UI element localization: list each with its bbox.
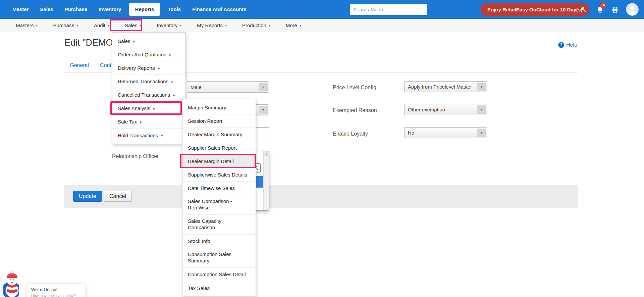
submenu-item-tax-sales[interactable]: Tax Sales xyxy=(182,281,256,295)
chat-status: We're Online! xyxy=(31,287,82,292)
chat-launcher-icon[interactable] xyxy=(3,283,19,297)
menu-item-label: Margin Summary xyxy=(188,105,226,110)
chevron-down-icon: ▾ xyxy=(477,83,486,91)
menubar-item-sales[interactable]: Sales ▾ xyxy=(117,19,149,32)
submenu-arrow-icon: ▸ xyxy=(158,66,160,70)
menu-item-label: Supplier Sales Report xyxy=(188,145,237,151)
menubar-item-inventory[interactable]: Inventory ▾ xyxy=(149,19,190,32)
menubar-item-my-reports[interactable]: My Reports ▾ xyxy=(189,19,234,32)
page-title: Edit "DEMO xyxy=(64,38,113,48)
scroll-up-icon[interactable]: ▲ xyxy=(264,151,269,157)
submenu-item-margin-summary[interactable]: Margin Summary xyxy=(182,101,256,114)
search-input[interactable] xyxy=(350,4,427,15)
submenu-arrow-icon: ▸ xyxy=(133,39,136,44)
submenu-arrow-icon: ▸ xyxy=(161,133,163,138)
gender-value: Male xyxy=(191,84,202,90)
sales-analysis-submenu: Margin Summary Session Report Dealer Mar… xyxy=(182,99,256,296)
menu-item-hold-transactions[interactable]: Hold Transactions ▸ xyxy=(112,129,185,142)
enable-loyalty-select[interactable]: No ▾ xyxy=(404,127,487,138)
app-root: Master Sales Purchase Inventory Reports … xyxy=(0,0,644,297)
submenu-item-sales-comparison-rep-wise[interactable]: Sales Comparison - Rep Wise xyxy=(182,195,256,215)
submenu-arrow-icon: ▸ xyxy=(169,52,171,57)
gender-select[interactable]: Male ▾ xyxy=(187,81,269,93)
menubar-label: Audit xyxy=(94,22,105,28)
topnav-finance-and-accounts[interactable]: Finance And Accounts xyxy=(186,0,252,19)
chevron-down-icon: ▾ xyxy=(77,23,78,27)
topnav-purchase[interactable]: Purchase xyxy=(59,0,93,19)
menu-item-returned-transactions[interactable]: Returned Transactions ▸ xyxy=(112,75,185,88)
menu-item-label: Delivery Reports xyxy=(118,65,155,71)
submenu-item-stock-info[interactable]: Stock Info xyxy=(182,235,256,248)
menu-item-cancelled-transactions[interactable]: Cancelled Transactions ▸ xyxy=(112,88,185,102)
menu-item-label: Hold Transactions xyxy=(118,133,158,138)
menubar-label: Production xyxy=(242,22,266,28)
bell-icon[interactable]: 14 xyxy=(596,5,604,14)
menu-item-orders-and-quotation[interactable]: Orders And Quotation ▸ xyxy=(112,48,185,61)
listbox-scrollbar[interactable]: ▲ xyxy=(263,151,269,210)
menu-item-label: Sales Analysis xyxy=(118,105,150,111)
chevron-down-icon: ▾ xyxy=(477,105,486,114)
submenu-item-dealer-margin-detail[interactable]: Dealer Margin Detail xyxy=(182,155,256,168)
cancel-button[interactable]: Cancel xyxy=(104,191,132,202)
notification-badge: 14 xyxy=(600,2,606,8)
price-level-config-label: Price Level Config xyxy=(333,85,376,91)
submenu-item-consumption-sales-summary[interactable]: Consumption Sales Summary xyxy=(182,248,256,268)
chevron-down-icon: ▾ xyxy=(300,23,301,27)
gavel-icon[interactable] xyxy=(579,5,588,14)
menubar-item-production[interactable]: Production ▾ xyxy=(234,19,278,32)
menubar-label: Inventory xyxy=(157,22,178,28)
form-footer-band xyxy=(64,185,578,208)
menu-item-delivery-reports[interactable]: Delivery Reports ▸ xyxy=(112,61,185,75)
menu-item-label: Session Report xyxy=(188,118,222,124)
exempted-reason-label: Exempted Reason xyxy=(333,107,377,113)
enable-loyalty-value: No xyxy=(408,130,414,136)
menu-item-sale-tax[interactable]: Sale Tax ▸ xyxy=(112,115,185,129)
topnav-inventory[interactable]: Inventory xyxy=(93,0,127,19)
topnav-tools[interactable]: Tools xyxy=(162,0,186,19)
price-level-config-select[interactable]: Apply from Pricelevel Master ▾ xyxy=(404,81,487,92)
menu-item-sales[interactable]: Sales ▸ xyxy=(112,35,185,48)
tab-general[interactable]: General xyxy=(70,62,89,68)
menu-item-label: Dealer Margin Summary xyxy=(188,132,243,137)
chevron-down-icon: ▾ xyxy=(259,83,268,91)
topnav-sales[interactable]: Sales xyxy=(34,0,59,19)
submenu-arrow-icon: ▸ xyxy=(171,79,173,84)
menu-item-label: Date Timewise Sales xyxy=(188,185,235,191)
chat-bubble[interactable]: We're Online! How may I help you today? xyxy=(27,284,86,297)
promo-button[interactable]: Enjoy RetailEasy OnCloud for 10 Day(s) xyxy=(481,3,589,16)
submenu-item-sales-capacity-comparison[interactable]: Sales Capacity Comparison xyxy=(182,215,256,235)
menu-item-label: Sales Capacity Comparison xyxy=(188,218,241,231)
update-button[interactable]: Update xyxy=(73,191,102,202)
menubar-item-masters[interactable]: Masters ▾ xyxy=(8,19,45,32)
enable-loyalty-label: Enable Loyalty xyxy=(333,131,368,137)
menubar-label: Masters xyxy=(16,22,34,28)
submenu-item-date-timewise-sales[interactable]: Date Timewise Sales xyxy=(182,182,256,195)
help-icon: ? xyxy=(558,42,564,48)
menubar-label: More xyxy=(286,22,297,28)
tab-contact[interactable]: Cont xyxy=(100,62,111,68)
menubar-item-purchase[interactable]: Purchase ▾ xyxy=(45,19,86,32)
menu-item-label: Returned Transactions xyxy=(118,79,168,84)
exempted-reason-select[interactable]: Other exemption ▾ xyxy=(404,104,487,115)
submenu-item-session-report[interactable]: Session Report xyxy=(182,114,256,128)
chevron-down-icon: ▾ xyxy=(140,23,142,27)
chevron-down-icon: ▾ xyxy=(259,106,268,114)
menu-item-sales-analysis[interactable]: Sales Analysis ▸ xyxy=(112,102,185,115)
menu-item-label: Tax Sales xyxy=(188,285,210,291)
menu-item-label: Cancelled Transactions xyxy=(118,92,170,98)
submenu-item-supplierwise-sales-details[interactable]: Supplierwise Sales Details xyxy=(182,168,256,182)
submenu-item-supplier-sales-report[interactable]: Supplier Sales Report xyxy=(182,141,256,155)
submenu-arrow-icon: ▸ xyxy=(140,119,142,124)
menubar-item-more[interactable]: More ▾ xyxy=(278,19,309,32)
topnav-reports[interactable]: Reports xyxy=(129,3,160,16)
menubar-label: Purchase xyxy=(53,22,74,28)
chat-prompt: How may I help you today? xyxy=(31,294,82,297)
menubar-item-audit[interactable]: Audit ▾ xyxy=(86,19,117,32)
avatar[interactable] xyxy=(626,3,639,16)
submenu-item-consumption-sales-detail[interactable]: Consumption Sales Detail xyxy=(182,268,256,281)
topnav-master[interactable]: Master xyxy=(7,0,34,19)
printer-icon[interactable] xyxy=(610,5,619,14)
submenu-item-dealer-margin-summary[interactable]: Dealer Margin Summary xyxy=(182,128,256,141)
chevron-down-icon: ▾ xyxy=(36,23,38,27)
help-link[interactable]: ? Help xyxy=(558,42,577,48)
